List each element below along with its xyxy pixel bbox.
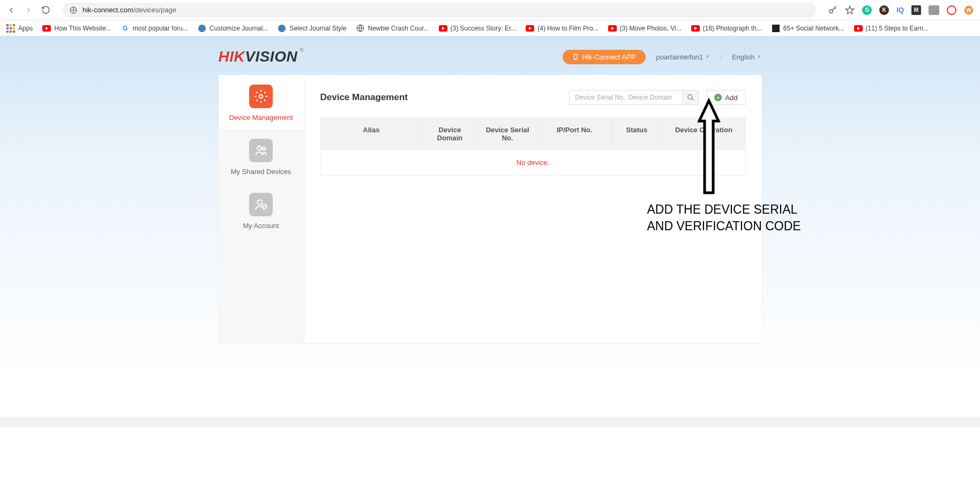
ext-iq-icon[interactable]: IQ — [896, 6, 904, 14]
sidebar-item-label: My Shared Devices — [223, 168, 300, 176]
svg-point-7 — [259, 95, 263, 99]
bookmark-label: Select Journal Style — [289, 25, 346, 32]
browser-toolbar: hik-connect.com/devices/page G K IQ M W — [0, 0, 980, 20]
apps-grid-icon — [6, 24, 15, 33]
add-button-label: Add — [725, 94, 737, 102]
svg-point-10 — [258, 200, 263, 205]
bookmark-item[interactable]: Newbie Crash Cour... — [356, 24, 429, 33]
ext-wp-icon[interactable]: W — [964, 5, 974, 15]
content-area: Device Management + Add — [304, 75, 762, 343]
bookmark-label: (16) Photograph th... — [703, 25, 762, 32]
sidebar: Device Management My Shared Devices i My… — [219, 75, 304, 343]
page-body: HIKVISION® Hik-Connect APP poartainterfo… — [0, 36, 980, 417]
back-button[interactable] — [6, 5, 16, 15]
user-info-icon: i — [249, 193, 273, 216]
journal-icon — [278, 24, 286, 33]
annotation-line2: and verification code — [647, 218, 801, 235]
youtube-icon — [854, 25, 863, 32]
search-wrap — [569, 90, 699, 105]
bookmark-item[interactable]: 65+ Social Network... — [772, 24, 844, 33]
bookmarks-bar: Apps How This Website... Gmost popular f… — [0, 20, 980, 36]
square-icon — [772, 24, 780, 33]
key-icon[interactable] — [828, 5, 837, 15]
sidebar-item-device-management[interactable]: Device Management — [219, 75, 304, 129]
bookmark-item[interactable]: (16) Photograph th... — [691, 25, 762, 32]
ext-k-icon[interactable]: K — [879, 5, 889, 15]
gear-icon — [249, 85, 273, 108]
globe-icon — [356, 24, 364, 33]
bookmark-label: (4) How to Film Pro... — [537, 25, 598, 32]
youtube-icon — [526, 25, 534, 32]
username-label: poartainterfon1 — [656, 53, 703, 61]
svg-text:i: i — [264, 204, 265, 208]
add-button[interactable]: + Add — [706, 90, 745, 105]
svg-line-14 — [692, 99, 694, 101]
logo-part2: VISION — [245, 48, 297, 65]
bookmark-item[interactable]: (11) 5 Steps to Earn... — [854, 25, 929, 32]
col-operation: Device Operation — [662, 118, 745, 149]
sidebar-item-my-account[interactable]: i My Account — [219, 183, 304, 237]
chevron-down-icon: ▼ — [705, 54, 710, 59]
registered-mark: ® — [300, 47, 304, 53]
svg-point-8 — [257, 146, 261, 150]
search-button[interactable] — [683, 90, 699, 105]
users-icon — [249, 139, 273, 162]
bookmark-item[interactable]: Gmost popular foru... — [121, 24, 188, 33]
youtube-icon — [42, 25, 51, 32]
logo-part1: HIK — [219, 48, 245, 65]
url-path: /devices/page — [133, 6, 176, 14]
col-serial: Device Serial No. — [478, 118, 538, 149]
svg-point-9 — [263, 147, 265, 150]
svg-text:W: W — [966, 6, 971, 13]
col-domain: Device Domain — [422, 118, 477, 149]
content-header: Device Management + Add — [320, 90, 746, 105]
col-status: Status — [612, 118, 663, 149]
sidebar-item-shared-devices[interactable]: My Shared Devices — [219, 129, 304, 183]
chevron-down-icon: ▼ — [757, 54, 762, 59]
google-icon: G — [121, 24, 130, 33]
header-right: Hik-Connect APP poartainterfon1 ▼ Englis… — [563, 50, 761, 64]
language-label: English — [732, 53, 755, 61]
search-icon — [687, 94, 694, 101]
bookmark-item[interactable]: Customize Journal... — [198, 24, 268, 33]
device-table: Alias Device Domain Device Serial No. IP… — [320, 118, 746, 176]
ext-grammarly-icon[interactable]: G — [862, 5, 872, 15]
ext-gray-icon[interactable] — [929, 5, 939, 15]
language-dropdown[interactable]: English ▼ — [732, 53, 762, 61]
bookmark-label: Newbie Crash Cour... — [368, 25, 429, 32]
col-ip: IP/Port No. — [538, 118, 612, 149]
url-bar[interactable]: hik-connect.com/devices/page — [62, 3, 816, 18]
bookmark-item[interactable]: (3) Move Photos, Vi... — [608, 25, 682, 32]
url-host: hik-connect.com — [83, 6, 133, 14]
bookmark-item[interactable]: (3) Success Story: Er... — [439, 25, 517, 32]
username-dropdown[interactable]: poartainterfon1 ▼ — [656, 53, 710, 61]
separator — [721, 53, 721, 61]
ext-m-icon[interactable]: M — [911, 5, 921, 15]
bookmark-item[interactable]: Select Journal Style — [278, 24, 346, 33]
table-header: Alias Device Domain Device Serial No. IP… — [321, 118, 745, 149]
toolbar-icons: G K IQ M W — [828, 5, 974, 15]
page-title: Device Management — [320, 92, 408, 103]
footer-bar — [0, 417, 980, 427]
app-button-label: Hik-Connect APP — [582, 53, 635, 61]
bookmark-item[interactable]: (4) How to Film Pro... — [526, 25, 598, 32]
bookmark-apps[interactable]: Apps — [6, 24, 33, 33]
main-panel: Device Management My Shared Devices i My… — [219, 75, 762, 343]
bookmark-label: (3) Success Story: Er... — [451, 25, 517, 32]
forward-button[interactable] — [24, 5, 33, 15]
bookmark-item[interactable]: How This Website... — [42, 25, 111, 32]
svg-point-13 — [688, 95, 692, 99]
bookmark-label: (11) 5 Steps to Earn... — [866, 25, 929, 32]
ext-opera-icon[interactable] — [947, 5, 956, 15]
journal-icon — [198, 24, 206, 33]
phone-icon — [572, 53, 579, 61]
plus-circle-icon: + — [714, 94, 722, 101]
youtube-icon — [439, 25, 447, 32]
reload-button[interactable] — [41, 5, 50, 15]
star-icon[interactable] — [845, 5, 855, 15]
search-input[interactable] — [569, 90, 683, 105]
bookmark-label: Customize Journal... — [210, 25, 268, 32]
site-header: HIKVISION® Hik-Connect APP poartainterfo… — [219, 36, 762, 75]
hik-connect-app-button[interactable]: Hik-Connect APP — [563, 50, 645, 64]
logo[interactable]: HIKVISION® — [219, 48, 298, 65]
